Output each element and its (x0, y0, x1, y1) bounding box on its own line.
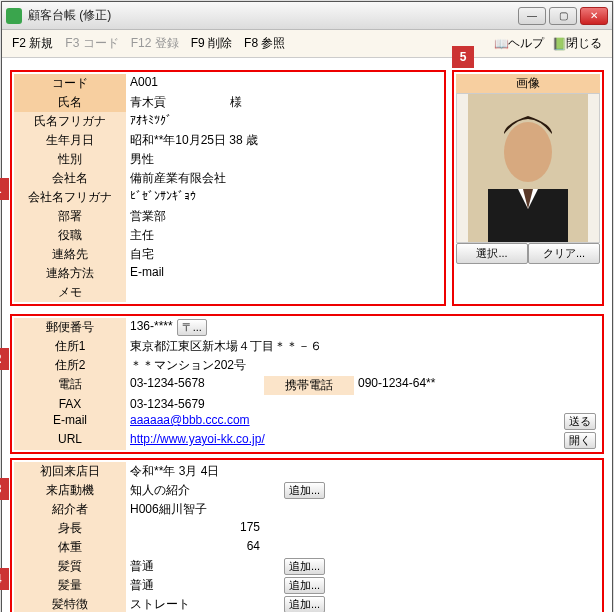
marker-3: 3 (0, 478, 9, 500)
window-title: 顧客台帳 (修正) (28, 7, 111, 24)
value-hairv[interactable]: 普通 (130, 577, 280, 594)
svg-point-1 (504, 122, 552, 182)
tb-f8-ref[interactable]: F8 参照 (244, 35, 285, 52)
value-url[interactable]: http://www.yayoi-kk.co.jp/ (130, 432, 265, 449)
value-title[interactable]: 主任 (130, 227, 154, 244)
label-email: E-mail (14, 412, 126, 431)
tb-f2-new[interactable]: F2 新規 (12, 35, 53, 52)
label-motive: 来店動機 (14, 481, 126, 500)
value-zip[interactable]: 136-**** (130, 319, 173, 336)
app-icon (6, 8, 22, 24)
label-birth: 生年月日 (14, 131, 126, 150)
send-button[interactable]: 送る (564, 413, 596, 430)
value-email[interactable]: aaaaaa@bbb.ccc.com (130, 413, 250, 430)
value-tel[interactable]: 03-1234-5678 (130, 376, 260, 395)
value-company-kana[interactable]: ﾋﾞｾﾞﾝｻﾝｷﾞｮｳ (130, 189, 196, 206)
image-clear-button[interactable]: クリア... (528, 243, 600, 264)
value-addr2[interactable]: ＊＊マンション202号 (130, 357, 246, 374)
open-url-button[interactable]: 開く (564, 432, 596, 449)
app-window: 顧客台帳 (修正) — ▢ ✕ F2 新規 F3 コード F12 登録 F9 削… (1, 1, 613, 612)
label-zip: 郵便番号 (14, 318, 126, 337)
value-motive[interactable]: 知人の紹介 (130, 482, 280, 499)
label-kana: 氏名フリガナ (14, 112, 126, 131)
label-sex: 性別 (14, 150, 126, 169)
tb-f9-delete[interactable]: F9 削除 (191, 35, 232, 52)
value-firstvisit[interactable]: 令和**年 3月 4日 (130, 463, 219, 480)
value-hairq[interactable]: 普通 (130, 558, 280, 575)
image-panel: 画像 選択... クリア... (452, 70, 604, 306)
value-dept[interactable]: 営業部 (130, 208, 166, 225)
value-addr1[interactable]: 東京都江東区新木場４丁目＊＊－６ (130, 338, 322, 355)
value-method[interactable]: E-mail (130, 265, 164, 282)
close-icon: 📗 (552, 37, 566, 51)
label-company: 会社名 (14, 169, 126, 188)
help-button[interactable]: 📖ヘルプ (494, 35, 544, 52)
value-height[interactable]: 175 (130, 520, 260, 537)
value-sex[interactable]: 男性 (130, 151, 154, 168)
add-hq-button[interactable]: 追加... (284, 558, 325, 575)
label-method: 連絡方法 (14, 264, 126, 283)
photo-placeholder (468, 94, 588, 242)
client-area: 1 2 3 4 5 コードA001 氏名青木貢様 氏名フリガナｱｵｷﾐﾂｸﾞ 生… (2, 58, 612, 612)
close-tool-button[interactable]: 📗閉じる (552, 35, 602, 52)
close-button[interactable]: ✕ (580, 7, 608, 25)
value-fax[interactable]: 03-1234-5679 (130, 397, 205, 411)
label-addr2: 住所2 (14, 356, 126, 375)
label-code: コード (14, 74, 126, 93)
label-memo: メモ (14, 283, 126, 302)
label-firstvisit: 初回来店日 (14, 462, 126, 481)
value-hairc[interactable]: ストレート (130, 596, 280, 612)
label-url: URL (14, 431, 126, 450)
label-fax: FAX (14, 396, 126, 412)
value-intro[interactable]: H006細川智子 (130, 501, 207, 518)
toolbar: F2 新規 F3 コード F12 登録 F9 削除 F8 参照 📖ヘルプ 📗閉じ… (2, 30, 612, 58)
group-address: 郵便番号136-****〒... 住所1東京都江東区新木場４丁目＊＊－６ 住所2… (10, 314, 604, 454)
label-name: 氏名 (14, 93, 126, 112)
maximize-button[interactable]: ▢ (549, 7, 577, 25)
label-tel: 電話 (14, 375, 126, 396)
label-height: 身長 (14, 519, 126, 538)
value-company[interactable]: 備前産業有限会社 (130, 170, 226, 187)
minimize-button[interactable]: — (518, 7, 546, 25)
value-birth[interactable]: 昭和**年10月25日 38 歳 (130, 132, 258, 149)
add-hc-button[interactable]: 追加... (284, 596, 325, 612)
label-dept: 部署 (14, 207, 126, 226)
label-mobile: 携帯電話 (264, 376, 354, 395)
label-addr1: 住所1 (14, 337, 126, 356)
honorific: 様 (230, 94, 242, 111)
value-kana[interactable]: ｱｵｷﾐﾂｸﾞ (130, 113, 172, 130)
label-contact: 連絡先 (14, 245, 126, 264)
label-company-kana: 会社名フリガナ (14, 188, 126, 207)
zip-button[interactable]: 〒... (177, 319, 207, 336)
value-contact[interactable]: 自宅 (130, 246, 154, 263)
marker-2: 2 (0, 348, 9, 370)
tb-f12-register: F12 登録 (131, 35, 179, 52)
label-hairc: 髪特徴 (14, 595, 126, 612)
label-weight: 体重 (14, 538, 126, 557)
value-name[interactable]: 青木貢 (130, 94, 166, 111)
value-code[interactable]: A001 (130, 75, 158, 92)
marker-4: 4 (0, 568, 9, 590)
label-intro: 紹介者 (14, 500, 126, 519)
add-motive-button[interactable]: 追加... (284, 482, 325, 499)
label-hairv: 髪量 (14, 576, 126, 595)
marker-1: 1 (0, 178, 9, 200)
image-select-button[interactable]: 選択... (456, 243, 528, 264)
group-basic: コードA001 氏名青木貢様 氏名フリガナｱｵｷﾐﾂｸﾞ 生年月日昭和**年10… (10, 70, 446, 306)
portrait (468, 94, 588, 242)
titlebar: 顧客台帳 (修正) — ▢ ✕ (2, 2, 612, 30)
group-visit: 初回来店日令和**年 3月 4日 来店動機知人の紹介追加... 紹介者H006細… (10, 458, 604, 612)
label-title: 役職 (14, 226, 126, 245)
tb-f3-code: F3 コード (65, 35, 118, 52)
add-hv-button[interactable]: 追加... (284, 577, 325, 594)
value-weight[interactable]: 64 (130, 539, 260, 556)
help-icon: 📖 (494, 37, 508, 51)
image-header: 画像 (456, 74, 600, 93)
image-body (456, 93, 600, 243)
value-mobile[interactable]: 090-1234-64** (358, 376, 435, 395)
label-hairq: 髪質 (14, 557, 126, 576)
marker-5: 5 (452, 46, 474, 68)
